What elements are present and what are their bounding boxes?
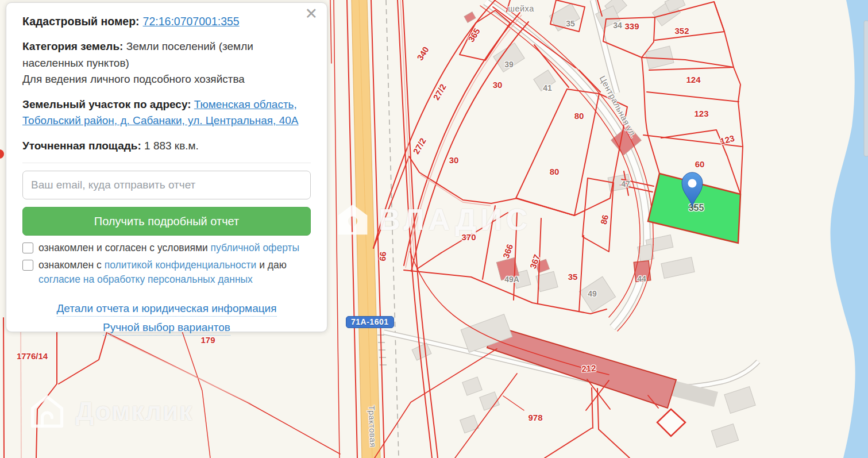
- area-label: Уточненная площадь:: [22, 140, 141, 152]
- personal-data-link[interactable]: согласие на обработку персональных данны…: [38, 274, 253, 285]
- address-row: Земельный участок по адресу: Тюменская о…: [22, 97, 311, 129]
- location-marker-pin[interactable]: [680, 171, 705, 211]
- privacy-checkbox[interactable]: [22, 260, 33, 271]
- area-row: Уточненная площадь: 1 883 кв.м.: [22, 138, 311, 155]
- offer-consent-text: ознакомлен и согласен с условиями публич…: [38, 241, 299, 255]
- privacy-consent-row[interactable]: ознакомлен с политикой конфиденциальност…: [22, 258, 311, 287]
- manual-selection-link[interactable]: Ручной выбор вариантов: [103, 320, 230, 336]
- offer-consent-row[interactable]: ознакомлен и согласен с условиями публич…: [22, 241, 311, 255]
- cadastral-number-link[interactable]: 72:16:0707001:355: [143, 15, 240, 28]
- report-details-link[interactable]: Детали отчета и юридическая информация: [57, 301, 277, 317]
- road-number-badge: 71А-1601: [346, 316, 394, 328]
- land-usage-text: Для ведения личного подсобного хозяйства: [22, 71, 311, 88]
- close-icon[interactable]: ✕: [304, 6, 318, 22]
- privacy-consent-middle: и даю: [256, 259, 287, 271]
- privacy-policy-link[interactable]: политикой конфиденциальности: [105, 259, 257, 271]
- privacy-consent-prefix: ознакомлен с: [38, 259, 105, 271]
- panel-footer-links: Детали отчета и юридическая информация Р…: [22, 301, 311, 336]
- offer-consent-prefix: ознакомлен и согласен с условиями: [38, 242, 211, 253]
- public-offer-link[interactable]: публичной оферты: [211, 242, 300, 253]
- address-label: Земельный участок по адресу:: [22, 98, 191, 110]
- cadastral-number-row: Кадастровый номер:72:16:0707001:355: [22, 13, 311, 30]
- divider: [22, 163, 311, 163]
- get-report-button[interactable]: Получить подробный отчет: [22, 207, 311, 236]
- right-edge-panel: [864, 21, 868, 156]
- offer-checkbox[interactable]: [22, 243, 33, 253]
- land-category-row: Категория земель: Земли поселений (земли…: [22, 39, 288, 71]
- consent-checkboxes: ознакомлен и согласен с условиями публич…: [22, 241, 311, 287]
- cadastral-map-app: 34036527/227/230308080668637036636735339…: [0, 0, 868, 458]
- cadastral-number-label: Кадастровый номер:: [22, 15, 140, 28]
- email-input[interactable]: [22, 171, 311, 199]
- land-category-label: Категория земель:: [22, 40, 123, 52]
- area-value: 1 883 кв.м.: [144, 140, 199, 152]
- parcel-info-panel: ✕ Кадастровый номер:72:16:0707001:355 Ка…: [6, 2, 327, 332]
- privacy-consent-text: ознакомлен с политикой конфиденциальност…: [38, 258, 308, 287]
